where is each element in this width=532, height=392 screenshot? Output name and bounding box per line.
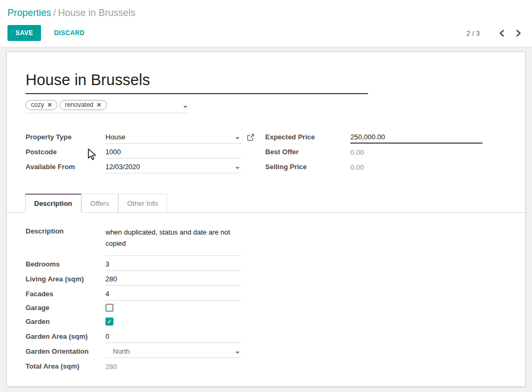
description-textarea[interactable]: when duplicated, status and date are not… bbox=[105, 226, 241, 256]
tag-cozy[interactable]: cozy ✕ bbox=[26, 100, 58, 110]
chevron-right-icon bbox=[515, 30, 521, 37]
notebook-tabs: Description Offers Other Info bbox=[7, 193, 525, 213]
garden-orientation-row: Garden Orientation North bbox=[26, 343, 506, 358]
garden-checkbox[interactable]: ✓ bbox=[105, 318, 113, 326]
external-link-icon[interactable] bbox=[247, 134, 255, 144]
selling-price-row: Selling Price 0.00 bbox=[265, 159, 506, 173]
available-from-label: Available From bbox=[26, 163, 105, 173]
garden-area-value: 0 bbox=[105, 332, 109, 340]
dropdown-caret-icon[interactable] bbox=[235, 137, 240, 139]
pager-next-button[interactable] bbox=[513, 29, 523, 38]
facades-label: Facades bbox=[26, 290, 105, 301]
total-area-row: Total Area (sqm) 280 bbox=[26, 358, 506, 373]
description-label: Description bbox=[26, 226, 105, 256]
tab-description[interactable]: Description bbox=[25, 194, 81, 213]
tag-label: cozy bbox=[31, 101, 44, 109]
description-row: Description when duplicated, status and … bbox=[26, 226, 506, 256]
pager: 2 / 3 bbox=[466, 29, 523, 38]
tag-renovated[interactable]: renovated ✕ bbox=[60, 100, 107, 110]
available-from-field[interactable]: 12/03/2020 bbox=[105, 162, 241, 173]
discard-button[interactable]: DISCARD bbox=[46, 26, 92, 40]
garden-area-label: Garden Area (sqm) bbox=[26, 332, 105, 343]
garden-orientation-value: North bbox=[113, 347, 130, 355]
postcode-value: 1000 bbox=[105, 148, 121, 156]
tab-other-info[interactable]: Other Info bbox=[118, 194, 167, 213]
chevron-left-icon bbox=[499, 30, 505, 37]
bedrooms-field[interactable]: 3 bbox=[105, 259, 241, 271]
postcode-row: Postcode 1000 bbox=[26, 144, 265, 159]
selling-price-value: 0.00 bbox=[350, 162, 482, 173]
breadcrumb-current: House in Brussels bbox=[58, 7, 135, 18]
date-caret-icon[interactable] bbox=[235, 167, 240, 169]
facades-row: Facades 4 bbox=[26, 286, 506, 301]
garden-area-field[interactable]: 0 bbox=[105, 331, 241, 343]
tag-remove-icon[interactable]: ✕ bbox=[96, 102, 101, 109]
property-type-row: Property Type House bbox=[26, 129, 265, 144]
form-sheet: House in Brussels cozy ✕ renovated ✕ Pro… bbox=[6, 52, 526, 387]
available-from-value: 12/03/2020 bbox=[105, 163, 140, 171]
pager-previous-button[interactable] bbox=[497, 29, 507, 38]
field-group: Property Type House Postcode 1000 bbox=[26, 129, 506, 173]
living-area-label: Living Area (sqm) bbox=[26, 275, 105, 286]
garden-label: Garden bbox=[26, 318, 105, 326]
living-area-value: 280 bbox=[105, 275, 117, 283]
breadcrumb-separator: / bbox=[53, 7, 56, 18]
garden-area-row: Garden Area (sqm) 0 bbox=[26, 328, 506, 343]
best-offer-value: 0.00 bbox=[350, 147, 482, 159]
living-area-field[interactable]: 280 bbox=[105, 274, 241, 286]
garage-row: Garage ✓ bbox=[26, 301, 506, 314]
facades-value: 4 bbox=[105, 290, 109, 298]
title-field[interactable]: House in Brussels bbox=[26, 71, 368, 94]
tag-remove-icon[interactable]: ✕ bbox=[47, 102, 52, 109]
postcode-label: Postcode bbox=[26, 148, 105, 159]
best-offer-label: Best Offer bbox=[265, 148, 350, 159]
garden-orientation-label: Garden Orientation bbox=[26, 347, 105, 358]
facades-field[interactable]: 4 bbox=[105, 289, 241, 301]
description-tab-pane: Description when duplicated, status and … bbox=[26, 213, 506, 373]
select-caret-icon[interactable] bbox=[235, 352, 240, 354]
property-type-field[interactable]: House bbox=[105, 132, 241, 144]
pager-count: 2 / 3 bbox=[466, 29, 480, 37]
top-header: Properties/House in Brussels SAVE DISCAR… bbox=[0, 0, 532, 47]
property-type-value: House bbox=[105, 133, 126, 141]
left-field-column: Property Type House Postcode 1000 bbox=[26, 129, 265, 173]
expected-price-row: Expected Price 250,000.00 bbox=[265, 129, 506, 144]
total-area-value: 280 bbox=[105, 362, 241, 373]
total-area-label: Total Area (sqm) bbox=[26, 362, 105, 373]
tags-dropdown-caret-icon[interactable] bbox=[183, 106, 187, 108]
toolbar: SAVE DISCARD 2 / 3 bbox=[7, 25, 523, 41]
tags-input[interactable]: cozy ✕ renovated ✕ bbox=[26, 100, 190, 113]
postcode-field[interactable]: 1000 bbox=[105, 147, 241, 159]
selling-price-label: Selling Price bbox=[265, 163, 350, 173]
expected-price-field[interactable]: 250,000.00 bbox=[350, 132, 482, 144]
best-offer-row: Best Offer 0.00 bbox=[265, 144, 506, 159]
form-view-container: House in Brussels cozy ✕ renovated ✕ Pro… bbox=[0, 47, 532, 387]
expected-price-value: 250,000.00 bbox=[350, 133, 385, 141]
property-type-label: Property Type bbox=[26, 133, 105, 144]
expected-price-label: Expected Price bbox=[265, 133, 350, 144]
check-icon: ✓ bbox=[107, 319, 111, 324]
garden-row: Garden ✓ bbox=[26, 314, 506, 328]
garage-label: Garage bbox=[26, 304, 105, 312]
tab-offers[interactable]: Offers bbox=[81, 194, 118, 213]
garage-checkbox[interactable]: ✓ bbox=[105, 304, 113, 312]
property-name-input[interactable]: House in Brussels bbox=[26, 71, 368, 88]
tag-label: renovated bbox=[65, 101, 93, 109]
right-field-column: Expected Price 250,000.00 Best Offer 0.0… bbox=[265, 129, 506, 173]
available-from-row: Available From 12/03/2020 bbox=[26, 159, 265, 173]
breadcrumb: Properties/House in Brussels bbox=[7, 7, 523, 19]
bedrooms-label: Bedrooms bbox=[26, 260, 105, 271]
breadcrumb-properties-link[interactable]: Properties bbox=[7, 7, 51, 18]
bedrooms-value: 3 bbox=[105, 260, 109, 268]
garden-orientation-select[interactable]: North bbox=[105, 346, 241, 358]
living-area-row: Living Area (sqm) 280 bbox=[26, 271, 506, 286]
bedrooms-row: Bedrooms 3 bbox=[26, 256, 506, 271]
save-button[interactable]: SAVE bbox=[7, 25, 41, 41]
